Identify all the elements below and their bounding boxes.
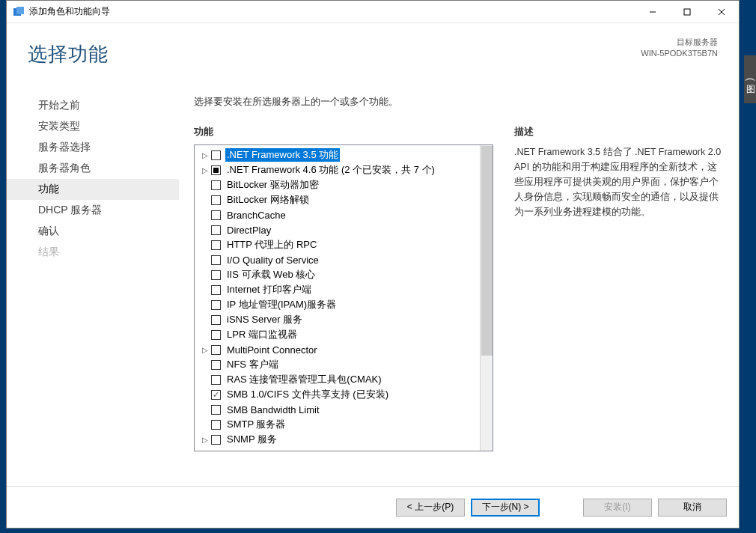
app-icon [13,6,25,18]
feature-checkbox[interactable] [211,195,221,205]
cancel-button[interactable]: 取消 [658,499,727,517]
feature-checkbox[interactable] [211,330,221,340]
feature-checkbox[interactable] [211,360,221,370]
feature-label[interactable]: SNMP 服务 [225,433,278,446]
page-title: 选择功能 [28,41,109,67]
feature-checkbox[interactable] [211,150,221,160]
feature-checkbox[interactable] [211,300,221,310]
feature-checkbox[interactable] [211,285,221,295]
svg-rect-3 [684,9,690,15]
feature-checkbox[interactable] [211,210,221,220]
feature-item[interactable]: ▷HTTP 代理上的 RPC [196,237,478,252]
content-area: 选择要安装在所选服务器上的一个或多个功能。 功能 ▷.NET Framework… [179,85,739,486]
scroll-thumb[interactable] [481,146,493,356]
expander-icon[interactable]: ▷ [201,150,210,159]
features-tree-list[interactable]: ▷.NET Framework 3.5 功能▷.NET Framework 4.… [195,145,480,451]
sidebar-step-4[interactable]: 功能 [7,179,179,200]
instruction-text: 选择要安装在所选服务器上的一个或多个功能。 [194,95,724,109]
feature-label[interactable]: RAS 连接管理器管理工具包(CMAK) [225,373,383,386]
titlebar: 添加角色和功能向导 [7,1,739,23]
feature-item[interactable]: ▷.NET Framework 4.6 功能 (2 个已安装，共 7 个) [196,162,478,177]
feature-item[interactable]: ▷DirectPlay [196,222,478,237]
feature-label[interactable]: DirectPlay [225,225,272,236]
target-label: 目标服务器 [641,37,718,48]
feature-checkbox[interactable] [211,255,221,265]
feature-checkbox[interactable] [211,435,221,445]
description-column: 描述 .NET Framework 3.5 结合了 .NET Framework… [514,125,724,486]
feature-label[interactable]: .NET Framework 3.5 功能 [225,148,340,162]
minimize-button[interactable] [635,1,670,23]
feature-label[interactable]: SMB 1.0/CIFS 文件共享支持 (已安装) [225,388,390,401]
wizard-steps-sidebar: 开始之前安装类型服务器选择服务器角色功能DHCP 服务器确认结果 [7,85,179,486]
feature-label[interactable]: BitLocker 网络解锁 [225,193,311,207]
description-label: 描述 [514,125,724,138]
feature-checkbox[interactable] [211,315,221,325]
feature-item[interactable]: ▷SNMP 服务 [196,432,478,447]
feature-item[interactable]: ▷BitLocker 驱动器加密 [196,177,478,192]
feature-checkbox[interactable] [211,165,221,175]
feature-item[interactable]: ▷BitLocker 网络解锁 [196,192,478,207]
feature-label[interactable]: NFS 客户端 [225,358,280,371]
feature-item[interactable]: ▷I/O Quality of Service [196,252,478,267]
feature-checkbox[interactable] [211,405,221,415]
expander-icon[interactable]: ▷ [201,345,210,354]
install-button[interactable]: 安装(I) [583,499,652,517]
feature-item[interactable]: ▷LPR 端口监视器 [196,327,478,342]
feature-item[interactable]: ▷IP 地址管理(IPAM)服务器 [196,297,478,312]
feature-label[interactable]: Internet 打印客户端 [225,283,313,296]
feature-label[interactable]: SMTP 服务器 [225,418,287,431]
sidebar-step-1[interactable]: 安装类型 [7,116,179,137]
feature-label[interactable]: SMB Bandwidth Limit [225,404,321,415]
feature-item[interactable]: ▷iSNS Server 服务 [196,312,478,327]
feature-checkbox[interactable] [211,240,221,250]
target-value: WIN-5PODK3T5B7N [641,48,718,59]
feature-item[interactable]: ▷SMB 1.0/CIFS 文件共享支持 (已安装) [196,387,478,402]
sidebar-step-5[interactable]: DHCP 服务器 [7,200,179,221]
feature-label[interactable]: I/O Quality of Service [225,255,320,266]
feature-checkbox[interactable] [211,180,221,190]
feature-label[interactable]: .NET Framework 4.6 功能 (2 个已安装，共 7 个) [225,163,436,177]
previous-button[interactable]: < 上一步(P) [396,499,465,517]
expander-icon[interactable]: ▷ [201,165,210,174]
feature-checkbox[interactable] [211,345,221,355]
maximize-button[interactable] [670,1,704,23]
svg-rect-1 [16,7,24,14]
feature-item[interactable]: ▷BranchCache [196,207,478,222]
feature-checkbox[interactable] [211,420,221,430]
feature-label[interactable]: MultiPoint Connector [225,344,319,356]
close-button[interactable] [704,1,739,23]
feature-checkbox[interactable] [211,270,221,280]
feature-checkbox[interactable] [211,390,221,400]
background-panel-tab: 图( [744,55,756,103]
feature-label[interactable]: iSNS Server 服务 [225,313,304,326]
scrollbar[interactable] [480,145,493,451]
feature-item[interactable]: ▷SMB Bandwidth Limit [196,402,478,417]
expander-icon[interactable]: ▷ [201,435,210,444]
feature-item[interactable]: ▷SMTP 服务器 [196,417,478,432]
feature-label[interactable]: IP 地址管理(IPAM)服务器 [225,298,338,311]
feature-item[interactable]: ▷Internet 打印客户端 [196,282,478,297]
feature-label[interactable]: IIS 可承载 Web 核心 [225,268,317,281]
window-title: 添加角色和功能向导 [29,5,635,18]
feature-label[interactable]: LPR 端口监视器 [225,328,299,341]
body: 开始之前安装类型服务器选择服务器角色功能DHCP 服务器确认结果 选择要安装在所… [7,85,739,486]
sidebar-step-2[interactable]: 服务器选择 [7,137,179,158]
next-button[interactable]: 下一步(N) > [471,499,540,517]
feature-item[interactable]: ▷MultiPoint Connector [196,342,478,357]
feature-item[interactable]: ▷RAS 连接管理器管理工具包(CMAK) [196,372,478,387]
feature-label[interactable]: BranchCache [225,210,287,221]
content-columns: 功能 ▷.NET Framework 3.5 功能▷.NET Framework… [194,125,724,486]
feature-checkbox[interactable] [211,375,221,385]
sidebar-step-7: 结果 [7,242,179,263]
feature-label[interactable]: HTTP 代理上的 RPC [225,238,318,252]
description-text: .NET Framework 3.5 结合了 .NET Framework 2.… [514,144,724,219]
feature-item[interactable]: ▷NFS 客户端 [196,357,478,372]
feature-item[interactable]: ▷IIS 可承载 Web 核心 [196,267,478,282]
feature-label[interactable]: BitLocker 驱动器加密 [225,178,320,192]
sidebar-step-3[interactable]: 服务器角色 [7,158,179,179]
feature-item[interactable]: ▷.NET Framework 3.5 功能 [196,147,478,162]
footer: < 上一步(P) 下一步(N) > 安装(I) 取消 [7,486,739,528]
sidebar-step-6[interactable]: 确认 [7,221,179,242]
feature-checkbox[interactable] [211,225,221,235]
sidebar-step-0[interactable]: 开始之前 [7,95,179,116]
